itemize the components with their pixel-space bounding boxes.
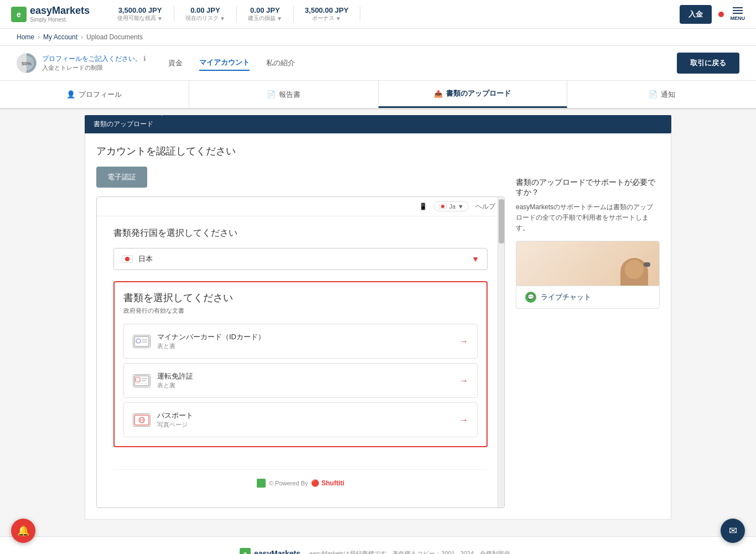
green-square bbox=[257, 479, 266, 488]
stat-available-balance[interactable]: 3,500.00 JPY 使用可能な残高 ▼ bbox=[106, 6, 174, 22]
notification-button[interactable]: 🔔 bbox=[11, 519, 35, 543]
account-nav: 50% プロフィールをご記入ください。 ℹ 入金とトレードの制限 資金 マイアカ… bbox=[0, 46, 756, 81]
language-flag[interactable] bbox=[718, 12, 724, 17]
nav-tabs: 資金 マイアカウント 私の紹介 bbox=[168, 55, 295, 71]
stat-current-risk[interactable]: 0.00 JPY 現在のリスク ▼ bbox=[174, 6, 237, 22]
doc-item-my-number[interactable]: マイナンバーカード（IDカード） 表と裏 → bbox=[123, 324, 478, 359]
stat-open-pnl[interactable]: 0.00 JPY 建玉の損益 ▼ bbox=[237, 6, 294, 22]
header-stats: 3,500.00 JPY 使用可能な残高 ▼ 0.00 JPY 現在のリスク ▼… bbox=[106, 6, 679, 22]
country-dropdown-left: 日本 bbox=[122, 254, 153, 264]
doc-arrow-passport: → bbox=[459, 415, 468, 425]
sub-tab-notifications[interactable]: 📄 通知 bbox=[567, 81, 756, 108]
stat-value-pnl: 0.00 JPY bbox=[250, 6, 280, 14]
menu-button[interactable]: MENU bbox=[731, 7, 745, 21]
profile-cta: プロフィールをご記入ください。 ℹ bbox=[42, 54, 146, 64]
doc-info-passport: パスポート 写真ページ bbox=[157, 411, 453, 429]
deposit-button[interactable]: 入金 bbox=[680, 5, 712, 24]
powered-by-label: © Powered By bbox=[269, 480, 308, 486]
mail-button[interactable]: ✉ bbox=[721, 519, 745, 543]
live-chat-label: ライブチャット bbox=[541, 292, 591, 302]
help-link[interactable]: ヘルプ bbox=[475, 202, 495, 211]
doc-item-passport[interactable]: パスポート 写真ページ → bbox=[123, 402, 478, 437]
upload-toolbar: 📱 Ja ▼ ヘルプ bbox=[97, 197, 504, 216]
stat-label-risk: 現在のリスク ▼ bbox=[185, 14, 225, 22]
country-select-title: 書類発行国を選択してください bbox=[113, 227, 488, 239]
breadcrumb-my-account[interactable]: My Account bbox=[43, 33, 77, 41]
stat-value-bonus: 3,500.00 JPY bbox=[305, 6, 349, 14]
stat-value-risk: 0.00 JPY bbox=[190, 6, 220, 14]
doc-sub-passport: 写真ページ bbox=[157, 421, 453, 429]
sub-tab-upload[interactable]: 📤 書類のアップロード bbox=[379, 81, 568, 108]
profile-progress: 50% プロフィールをご記入ください。 ℹ 入金とトレードの制限 bbox=[17, 53, 146, 73]
doc-icon-my-number bbox=[133, 335, 151, 348]
doc-icon-passport bbox=[133, 413, 151, 427]
doc-name-drivers-license: 運転免許証 bbox=[157, 371, 453, 381]
logo-name: easyMarkets bbox=[30, 5, 90, 17]
tab-shisan[interactable]: 資金 bbox=[168, 56, 183, 70]
stat-bonus[interactable]: 3,500.00 JPY ボーナス ▼ bbox=[294, 6, 360, 22]
mobile-icon[interactable]: 📱 bbox=[419, 203, 427, 210]
notification-icon: 📄 bbox=[649, 90, 657, 99]
tab-shokai[interactable]: 私の紹介 bbox=[266, 56, 295, 70]
doc-sub-drivers-license: 表と裏 bbox=[157, 381, 453, 390]
agent-face bbox=[625, 260, 644, 279]
support-image bbox=[516, 241, 659, 286]
site-footer: e easyMarkets easyMarketsは登録商標です。著作権＆コピー… bbox=[0, 536, 756, 554]
stat-value-balance: 3,500.00 JPY bbox=[118, 6, 162, 14]
support-desc: easyMarketsのサポートチームは書類のアップロードの全ての手順で利用者を… bbox=[516, 202, 660, 234]
mail-icon: ✉ bbox=[729, 525, 737, 537]
profile-subtext: 入金とトレードの制限 bbox=[42, 64, 146, 72]
lang-label: Ja bbox=[449, 203, 455, 210]
live-chat-button[interactable]: 💬 ライブチャット bbox=[516, 286, 659, 308]
breadcrumb-home[interactable]: Home bbox=[17, 33, 34, 41]
svg-point-4 bbox=[136, 339, 141, 343]
breadcrumb-sep-2: › bbox=[81, 33, 83, 41]
lang-chevron: ▼ bbox=[458, 203, 464, 210]
logo-text: easyMarkets Simply Honest. bbox=[30, 5, 90, 24]
country-dropdown[interactable]: 日本 ▼ bbox=[113, 248, 488, 270]
upload-icon: 📤 bbox=[434, 90, 443, 98]
tab-my-account[interactable]: マイアカウント bbox=[199, 55, 250, 71]
logo[interactable]: e easyMarkets Simply Honest. bbox=[11, 5, 90, 24]
scroll-bar[interactable] bbox=[498, 197, 504, 508]
country-selected-label: 日本 bbox=[138, 254, 153, 264]
breadcrumb-sep-1: › bbox=[38, 33, 40, 41]
section-header-bar: 書類のアップロード bbox=[85, 115, 162, 133]
japan-flag bbox=[122, 255, 133, 263]
sub-tab-reports-label: 報告書 bbox=[279, 90, 301, 100]
doc-name-my-number: マイナンバーカード（IDカード） bbox=[157, 332, 453, 342]
logo-icon: e bbox=[11, 7, 27, 22]
footer-logo-icon: e bbox=[240, 548, 251, 554]
doc-info-drivers-license: 運転免許証 表と裏 bbox=[157, 371, 453, 390]
profile-text-block: プロフィールをご記入ください。 ℹ 入金とトレードの制限 bbox=[42, 54, 146, 72]
document-select-box: 書類を選択してください 政府発行の有効な文書 bbox=[113, 281, 488, 447]
sub-tab-reports[interactable]: 📄 報告書 bbox=[189, 81, 379, 108]
doc-item-drivers-license[interactable]: 運転免許証 表と裏 → bbox=[123, 363, 478, 398]
support-card: 💬 ライブチャット bbox=[516, 241, 660, 309]
svg-text:50%: 50% bbox=[22, 61, 32, 66]
doc-sub-my-number: 表と裏 bbox=[157, 342, 453, 350]
language-selector[interactable]: Ja ▼ bbox=[434, 201, 469, 211]
doc-icon-drivers-license bbox=[133, 374, 151, 387]
japan-flag-small bbox=[439, 204, 447, 209]
menu-bar-3 bbox=[733, 13, 743, 14]
footer-copyright: easyMarketsは登録商標です。著作権＆コピー；2001 - 2024。全… bbox=[309, 550, 516, 555]
breadcrumb: Home › My Account › Upload Documents bbox=[0, 29, 756, 46]
sub-tab-profile-label: プロフィール bbox=[79, 90, 122, 100]
electronic-verify-button[interactable]: 電子認証 bbox=[96, 167, 147, 188]
menu-label: MENU bbox=[731, 15, 745, 21]
bell-icon: 🔔 bbox=[17, 525, 29, 537]
support-title: 書類のアップロードでサポートが必要ですか？ bbox=[516, 178, 660, 198]
sub-tab-notifications-label: 通知 bbox=[661, 90, 675, 100]
dropdown-chevron: ▼ bbox=[472, 255, 479, 263]
profile-icon: 👤 bbox=[66, 90, 75, 99]
agent-image bbox=[615, 241, 654, 286]
sub-tab-upload-label: 書類のアップロード bbox=[446, 89, 511, 99]
chat-icon: 💬 bbox=[525, 292, 536, 303]
sub-tab-profile[interactable]: 👤 プロフィール bbox=[0, 81, 189, 108]
back-to-trading-button[interactable]: 取引に戻る bbox=[677, 53, 739, 74]
agent-headset bbox=[644, 262, 650, 267]
info-icon[interactable]: ℹ bbox=[143, 55, 146, 63]
section-header-label: 書類のアップロード bbox=[94, 120, 153, 128]
site-header: e easyMarkets Simply Honest. 3,500.00 JP… bbox=[0, 0, 756, 29]
